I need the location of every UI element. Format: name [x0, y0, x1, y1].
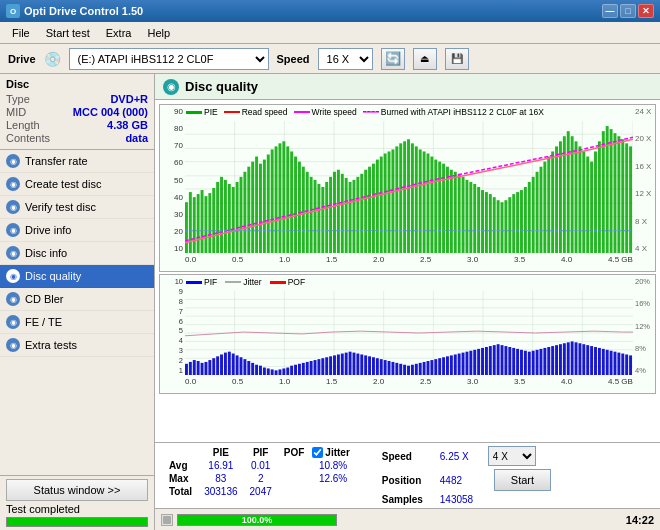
svg-rect-191	[341, 354, 344, 375]
svg-rect-66	[372, 164, 375, 253]
jitter-checkbox[interactable]	[312, 447, 323, 458]
svg-rect-108	[536, 172, 539, 253]
svg-rect-234	[508, 347, 511, 375]
svg-rect-263	[621, 354, 624, 375]
menu-extra[interactable]: Extra	[98, 25, 140, 41]
nav-icon-drive-info: ◉	[6, 223, 20, 237]
svg-rect-176	[282, 368, 285, 375]
nav-transfer-rate[interactable]: ◉ Transfer rate	[0, 150, 154, 173]
svg-rect-260	[610, 351, 613, 375]
menu-start-test[interactable]: Start test	[38, 25, 98, 41]
svg-rect-237	[520, 350, 523, 375]
nav-disc-quality[interactable]: ◉ Disc quality	[0, 265, 154, 288]
nav-cd-bler[interactable]: ◉ CD Bler	[0, 288, 154, 311]
svg-rect-225	[473, 350, 476, 375]
svg-rect-207	[403, 365, 406, 375]
nav-drive-info[interactable]: ◉ Drive info	[0, 219, 154, 242]
eject-button[interactable]: ⏏	[413, 48, 437, 70]
disc-quality-title: Disc quality	[185, 79, 258, 94]
avg-pif: 0.01	[244, 459, 278, 472]
svg-rect-98	[497, 200, 500, 253]
disc-section: Disc Type DVD+R MID MCC 004 (000) Length…	[0, 74, 154, 150]
svg-rect-123	[594, 151, 597, 253]
charts-area: PIE Read speed Write speed Burned with A…	[155, 100, 660, 442]
status-section: Status window >> Test completed	[0, 475, 154, 530]
nav-disc-info[interactable]: ◉ Disc info	[0, 242, 154, 265]
menu-help[interactable]: Help	[139, 25, 178, 41]
svg-rect-258	[602, 349, 605, 375]
start-button[interactable]: Start	[494, 469, 551, 491]
svg-rect-82	[434, 160, 437, 253]
svg-rect-63	[360, 174, 363, 253]
nav-create-test-disc[interactable]: ◉ Create test disc	[0, 173, 154, 196]
avg-label: Avg	[163, 459, 198, 472]
avg-pie: 16.91	[198, 459, 243, 472]
svg-rect-229	[489, 346, 492, 375]
nav-label-fe-te: FE / TE	[25, 316, 62, 328]
svg-rect-41	[275, 146, 278, 253]
svg-rect-124	[598, 141, 601, 253]
refresh-button[interactable]: 🔄	[381, 48, 405, 70]
speed-select[interactable]: 16 X	[318, 48, 373, 70]
svg-rect-259	[606, 350, 609, 375]
svg-rect-185	[317, 359, 320, 375]
svg-rect-62	[356, 177, 359, 253]
svg-rect-197	[364, 355, 367, 375]
svg-rect-112	[551, 151, 554, 253]
svg-rect-161	[224, 353, 227, 375]
nav-icon-transfer-rate: ◉	[6, 154, 20, 168]
svg-rect-21	[197, 194, 200, 253]
col-pie: PIE	[198, 446, 243, 459]
svg-rect-96	[489, 194, 492, 253]
svg-rect-23	[204, 196, 207, 253]
pif-chart: PIF Jitter POF 10987654321	[159, 274, 656, 394]
svg-rect-120	[582, 151, 585, 253]
pie-chart: PIE Read speed Write speed Burned with A…	[159, 104, 656, 272]
legend-pie-label: PIE	[204, 107, 218, 117]
svg-rect-73	[399, 143, 402, 253]
total-jitter	[310, 485, 355, 498]
svg-rect-236	[516, 349, 519, 375]
minimize-button[interactable]: —	[602, 4, 618, 18]
nav-fe-te[interactable]: ◉ FE / TE	[0, 311, 154, 334]
position-value: 4482	[440, 475, 480, 486]
svg-rect-254	[586, 345, 589, 375]
svg-rect-32	[240, 177, 243, 253]
svg-rect-67	[376, 160, 379, 253]
status-window-button[interactable]: Status window >>	[6, 479, 148, 501]
svg-rect-90	[465, 180, 468, 253]
svg-rect-109	[540, 167, 543, 253]
menu-file[interactable]: File	[4, 25, 38, 41]
status-icon[interactable]	[161, 514, 173, 526]
drive-select[interactable]: (E:) ATAPI iHBS112 2 CL0F	[69, 48, 269, 70]
svg-rect-247	[559, 344, 562, 375]
svg-rect-28	[224, 180, 227, 253]
svg-rect-164	[236, 355, 239, 375]
svg-rect-173	[271, 369, 274, 375]
legend-read-speed-label: Read speed	[242, 107, 288, 117]
svg-rect-111	[547, 157, 550, 253]
svg-rect-211	[419, 363, 422, 375]
svg-rect-253	[582, 344, 585, 375]
speed-select-right[interactable]: 4 X	[488, 446, 536, 466]
close-button[interactable]: ✕	[638, 4, 654, 18]
max-pie: 83	[198, 472, 243, 485]
svg-rect-204	[391, 362, 394, 375]
svg-rect-199	[372, 357, 375, 375]
svg-rect-78	[419, 149, 422, 253]
svg-rect-75	[407, 139, 410, 253]
nav-extra-tests[interactable]: ◉ Extra tests	[0, 334, 154, 357]
svg-rect-256	[594, 347, 597, 375]
svg-rect-157	[208, 360, 211, 375]
svg-rect-251	[575, 342, 578, 375]
svg-rect-76	[411, 143, 414, 253]
maximize-button[interactable]: □	[620, 4, 636, 18]
svg-rect-127	[610, 129, 613, 253]
drive-label: Drive	[8, 53, 36, 65]
save-button[interactable]: 💾	[445, 48, 469, 70]
svg-rect-206	[399, 364, 402, 375]
progress-percent: 100.0%	[177, 513, 337, 526]
svg-rect-154	[197, 361, 200, 375]
nav-verify-test-disc[interactable]: ◉ Verify test disc	[0, 196, 154, 219]
svg-rect-246	[555, 345, 558, 375]
